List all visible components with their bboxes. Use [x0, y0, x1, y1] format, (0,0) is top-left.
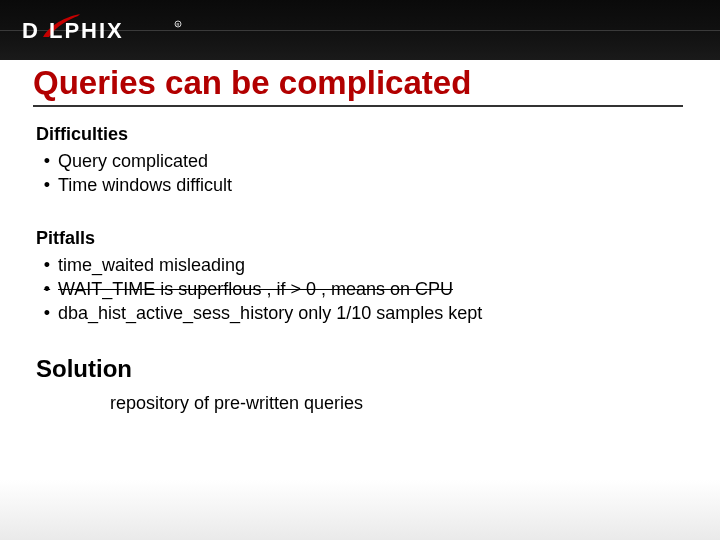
list-item: •WAIT_TIME is superflous , if > 0 , mean…: [36, 277, 676, 301]
delphix-logo-icon: D LPHIX R: [22, 12, 197, 48]
svg-text:R: R: [177, 22, 180, 27]
solution-body: repository of pre-written queries: [110, 393, 676, 414]
list-item-text: Query complicated: [58, 149, 208, 173]
list-item-text: dba_hist_active_sess_history only 1/10 s…: [58, 301, 482, 325]
section-solution: Solution repository of pre-written queri…: [36, 355, 676, 414]
slide-title: Queries can be complicated: [33, 64, 471, 102]
title-underline: [33, 105, 683, 107]
svg-text:LPHIX: LPHIX: [49, 18, 124, 43]
heading-solution: Solution: [36, 355, 676, 383]
list-item: •Time windows difficult: [36, 173, 676, 197]
brand-logo: D LPHIX R: [22, 0, 197, 60]
footer-gradient: [0, 480, 720, 540]
svg-text:D: D: [22, 18, 40, 43]
list-item: •time_waited misleading: [36, 253, 676, 277]
list-item-text: Time windows difficult: [58, 173, 232, 197]
heading-difficulties: Difficulties: [36, 124, 676, 145]
list-item-text: time_waited misleading: [58, 253, 245, 277]
slide-body: Difficulties •Query complicated •Time wi…: [36, 124, 676, 414]
list-item: •Query complicated: [36, 149, 676, 173]
slide: D LPHIX R Queries can be complicated Dif…: [0, 0, 720, 540]
list-pitfalls: •time_waited misleading •WAIT_TIME is su…: [36, 253, 676, 326]
list-item-text: WAIT_TIME is superflous , if > 0 , means…: [58, 277, 453, 301]
list-difficulties: •Query complicated •Time windows difficu…: [36, 149, 676, 198]
header-bar: D LPHIX R: [0, 0, 720, 60]
list-item: •dba_hist_active_sess_history only 1/10 …: [36, 301, 676, 325]
heading-pitfalls: Pitfalls: [36, 228, 676, 249]
